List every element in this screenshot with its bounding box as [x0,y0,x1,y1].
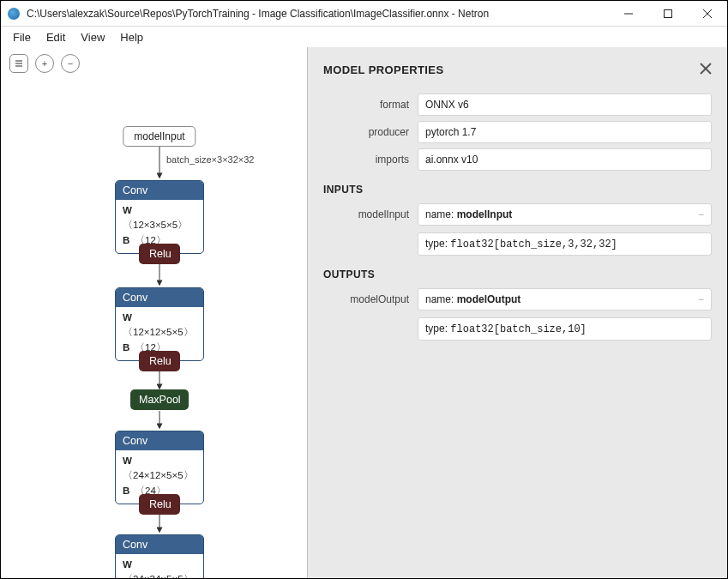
menu-view[interactable]: View [74,28,111,46]
input-type-value: type: float32[batch_size,3,32,32] [418,232,712,256]
edge-label-input-shape: batch_size×3×32×32 [166,154,254,165]
panel-title: MODEL PROPERTIES [323,63,444,76]
main-area: + − modelInput batch_size× [1,47,727,578]
menu-file[interactable]: File [6,28,38,46]
node-model-input[interactable]: modelInput [123,126,196,147]
prop-label: modelOutput [323,288,418,341]
menu-edit[interactable]: Edit [39,28,72,46]
node-relu-2[interactable]: Relu [139,351,180,371]
prop-row-modeloutput: modelOutput name: modelOutput− type: flo… [308,286,727,343]
node-relu-3[interactable]: Relu [139,494,180,515]
section-inputs: INPUTS [308,173,727,201]
window-titlebar: C:\Users\alexzak\Source\Repos\PyTorchTra… [1,1,727,27]
node-header: Conv [116,288,203,307]
prop-value: pytorch 1.7 [418,121,712,143]
node-body: W〈24×24×5×5〉 [116,554,203,578]
close-button[interactable] [688,1,727,27]
node-header: Conv [116,535,203,554]
properties-panel: MODEL PROPERTIES format ONNX v6 producer… [307,47,727,578]
node-maxpool[interactable]: MaxPool [130,389,189,410]
window-controls [609,1,727,27]
prop-label: imports [323,148,418,171]
node-conv-2[interactable]: Conv W〈12×12×5×5〉 B〈12〉 [115,287,204,361]
output-type-value: type: float32[batch_size,10] [418,317,712,341]
menu-help[interactable]: Help [113,28,150,46]
prop-row-format: format ONNX v6 [308,91,727,118]
prop-row-modelinput: modelInput name: modelInput− type: float… [308,201,727,258]
node-header: Conv [116,181,203,200]
prop-row-imports: imports ai.onnx v10 [308,146,727,173]
svg-rect-1 [665,9,672,17]
output-name-value[interactable]: name: modelOutput− [418,288,712,311]
close-icon[interactable] [700,63,712,77]
prop-label: modelInput [323,203,418,256]
prop-label: format [323,93,418,116]
node-conv-4[interactable]: Conv W〈24×24×5×5〉 [115,534,204,578]
panel-header: MODEL PROPERTIES [308,47,727,91]
prop-value: ONNX v6 [418,93,712,116]
app-icon [8,8,20,20]
prop-value: ai.onnx v10 [418,148,712,171]
maximize-button[interactable] [648,1,688,27]
node-conv-1[interactable]: Conv W〈12×3×5×5〉 B〈12〉 [115,180,204,254]
prop-label: producer [323,121,418,143]
section-outputs: OUTPUTS [308,258,727,286]
minimize-button[interactable] [609,1,648,27]
node-header: Conv [116,431,203,450]
prop-row-producer: producer pytorch 1.7 [308,118,727,146]
menu-bar: File Edit View Help [1,27,727,47]
input-name-value[interactable]: name: modelInput− [418,203,712,226]
node-conv-3[interactable]: Conv W〈24×12×5×5〉 B〈24〉 [115,431,204,504]
window-title: C:\Users\alexzak\Source\Repos\PyTorchTra… [27,8,609,20]
node-relu-1[interactable]: Relu [139,244,180,264]
